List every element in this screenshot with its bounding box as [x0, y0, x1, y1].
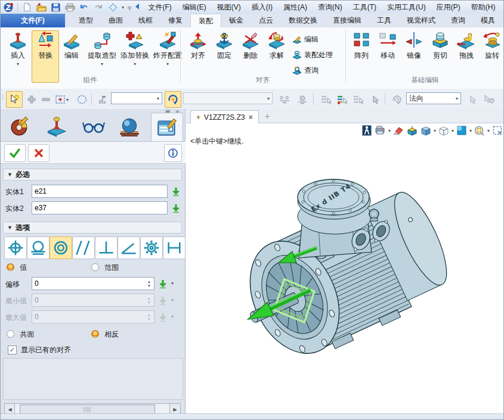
- max-spinner[interactable]: ▲▼: [145, 311, 153, 323]
- new-tab-button[interactable]: +: [265, 111, 270, 121]
- view-orientation-icon[interactable]: [456, 125, 468, 136]
- shaded-display-icon[interactable]: [420, 125, 432, 136]
- app-logo-icon[interactable]: [3, 2, 14, 13]
- offset-face-button[interactable]: [294, 91, 311, 108]
- entity2-input[interactable]: [32, 201, 168, 214]
- edit-align-button[interactable]: 编辑: [292, 35, 319, 45]
- scrollbar-track[interactable]: ||||: [14, 403, 171, 414]
- constraint-concentric-button[interactable]: [50, 237, 72, 259]
- range-radio[interactable]: 范围: [91, 263, 119, 273]
- min-spinner[interactable]: ▲▼: [145, 294, 153, 306]
- assembly-process-button[interactable]: 装配处理: [292, 50, 333, 60]
- regen-icon[interactable]: [107, 2, 118, 13]
- ribbon-tab-tools[interactable]: 工具: [369, 14, 399, 27]
- constraint-perpendicular-button[interactable]: [95, 237, 118, 259]
- ribbon-tab-visualstyle[interactable]: 视觉样式: [399, 14, 443, 27]
- secondary-filter-combobox[interactable]: ▾: [183, 92, 273, 104]
- maximize-view-icon[interactable]: [491, 125, 503, 136]
- min-pick-button[interactable]: [157, 294, 169, 306]
- reuse-selection-button[interactable]: [165, 91, 181, 108]
- constraint-coincident-button[interactable]: [4, 237, 27, 259]
- direction-combobox[interactable]: 法向▾: [406, 92, 461, 104]
- pick-filter-button[interactable]: [94, 91, 110, 108]
- list-all-button[interactable]: [350, 91, 366, 108]
- section-options[interactable]: ▼ 选项: [3, 222, 182, 234]
- offset-point-button[interactable]: [276, 91, 293, 108]
- entity-filter-combobox[interactable]: ▾: [111, 92, 162, 104]
- collapse-toolbar-icon[interactable]: [135, 3, 140, 12]
- section-required[interactable]: ▼ 必选: [3, 169, 182, 181]
- ribbon-tab-pointcloud[interactable]: 点云: [251, 14, 281, 27]
- min-input[interactable]: [32, 294, 154, 307]
- dropdown-caret[interactable]: ▾: [487, 128, 490, 133]
- pick-cursor-button[interactable]: [6, 91, 23, 108]
- combobox-caret[interactable]: ▾: [267, 96, 270, 101]
- menu-utilities[interactable]: 实用工具(U): [382, 1, 431, 14]
- offset-pick-button[interactable]: [157, 278, 169, 290]
- ribbon-tab-directedit[interactable]: 直接编辑: [325, 14, 369, 27]
- rotate-button[interactable]: 旋转: [480, 30, 504, 83]
- cut-button[interactable]: 剪切: [427, 30, 453, 83]
- constraint-parallel-button[interactable]: [72, 237, 95, 259]
- value-radio[interactable]: 值: [7, 263, 27, 273]
- scrollbar-thumb[interactable]: ||||: [20, 405, 155, 414]
- ribbon-tab-assembly[interactable]: 装配: [190, 14, 221, 27]
- pick-last-button[interactable]: [367, 91, 384, 108]
- offset-input[interactable]: [32, 277, 154, 290]
- add-replace-button[interactable]: 添加替换 ▾: [118, 30, 152, 83]
- constraint-distance-button[interactable]: [163, 237, 185, 259]
- replace-component-button[interactable]: 替换: [32, 30, 59, 83]
- eraser-icon[interactable]: [392, 125, 404, 136]
- ribbon-tab-surface[interactable]: 曲面: [101, 14, 131, 27]
- drag-button[interactable]: 拖拽: [453, 30, 480, 83]
- panel-horizontal-scrollbar[interactable]: ◀ |||| ▶: [4, 403, 181, 414]
- normal-pick-cursor-button[interactable]: [465, 91, 481, 108]
- entity1-pick-button[interactable]: [170, 185, 182, 197]
- dropdown-caret[interactable]: ▾: [101, 62, 103, 67]
- tab-command-form[interactable]: [151, 113, 183, 142]
- pattern-button[interactable]: 阵列: [348, 30, 375, 83]
- lasso-select-button[interactable]: [73, 91, 90, 108]
- menu-tools[interactable]: 工具(T): [348, 1, 381, 14]
- redo-icon[interactable]: [93, 2, 104, 13]
- menu-attributes[interactable]: 属性(A): [279, 1, 312, 14]
- constraint-gear-button[interactable]: [140, 237, 163, 259]
- min-pick-caret[interactable]: ▾: [171, 297, 174, 303]
- entity2-pick-button[interactable]: [170, 202, 182, 214]
- dropdown-caret[interactable]: ▾: [434, 128, 436, 133]
- ribbon-tab-repair[interactable]: 修复: [160, 14, 190, 27]
- menu-applications[interactable]: 应用(P): [432, 1, 465, 14]
- print-icon[interactable]: [64, 2, 75, 13]
- window-select-button[interactable]: ▾: [52, 91, 72, 108]
- align-button[interactable]: 对齐: [184, 30, 212, 83]
- offset-pick-caret[interactable]: ▾: [171, 281, 174, 286]
- max-pick-caret[interactable]: ▾: [171, 314, 174, 319]
- move-button[interactable]: 移动: [375, 30, 401, 83]
- coplanar-radio[interactable]: 共面: [7, 329, 34, 340]
- render-settings-icon[interactable]: [375, 125, 386, 136]
- ribbon-tab-dataexchange[interactable]: 数据交换: [281, 14, 325, 27]
- solve-button[interactable]: 求解: [263, 30, 290, 83]
- tab-history[interactable]: [41, 113, 72, 141]
- menu-edit[interactable]: 编辑(E): [178, 1, 211, 14]
- tab-render[interactable]: [114, 113, 145, 141]
- fix-button[interactable]: 固定: [211, 30, 238, 83]
- regen-dropdown-caret[interactable]: ▾: [122, 5, 124, 10]
- new-document-icon[interactable]: [21, 2, 32, 13]
- constraint-tangent-button[interactable]: [27, 237, 50, 259]
- opposite-radio[interactable]: 相反: [91, 329, 119, 340]
- inquire-align-button[interactable]: 查询: [292, 66, 319, 76]
- wireframe-display-icon[interactable]: [438, 125, 450, 136]
- dropdown-caret[interactable]: ▾: [469, 128, 472, 133]
- ribbon-file-tab[interactable]: 文件(F): [1, 14, 65, 27]
- dropdown-caret[interactable]: ▾: [134, 62, 136, 67]
- mirror-button[interactable]: 镜像: [401, 30, 427, 83]
- edit-component-button[interactable]: 编辑: [58, 30, 85, 83]
- walk-through-icon[interactable]: [361, 125, 373, 136]
- zoom-view-icon[interactable]: [474, 125, 486, 136]
- ribbon-tab-wireframe[interactable]: 线框: [131, 14, 160, 27]
- offset-spinner[interactable]: ▲▼: [145, 278, 153, 290]
- save-icon[interactable]: [50, 2, 61, 13]
- dropdown-caret[interactable]: ▾: [388, 128, 391, 133]
- undo-icon[interactable]: [79, 2, 89, 13]
